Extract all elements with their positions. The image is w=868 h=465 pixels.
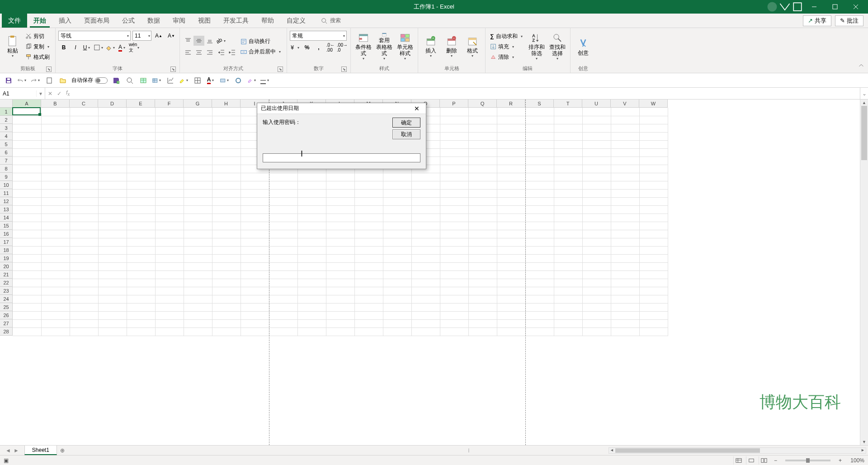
cell[interactable]: [611, 124, 639, 132]
cell[interactable]: [582, 270, 611, 279]
cell[interactable]: [582, 205, 611, 214]
cell[interactable]: [468, 108, 497, 116]
cell[interactable]: [127, 270, 155, 279]
cell[interactable]: [13, 214, 41, 222]
cell[interactable]: [497, 132, 525, 140]
cell[interactable]: [354, 319, 383, 327]
cell[interactable]: [241, 319, 269, 327]
qat-chart-button[interactable]: [165, 76, 175, 85]
cell[interactable]: [411, 327, 440, 336]
cell[interactable]: [127, 157, 155, 165]
qat-table-button[interactable]: [138, 76, 148, 85]
cell[interactable]: [70, 140, 98, 148]
cell[interactable]: [70, 214, 98, 222]
cell[interactable]: [639, 181, 668, 189]
cell[interactable]: [127, 262, 155, 270]
cell[interactable]: [13, 303, 41, 311]
cell[interactable]: [41, 246, 70, 254]
cell[interactable]: [582, 116, 611, 124]
cell[interactable]: [241, 205, 269, 214]
cell[interactable]: [41, 197, 70, 205]
cell[interactable]: [497, 327, 525, 336]
cell[interactable]: [354, 327, 383, 336]
underline-button[interactable]: U: [82, 43, 93, 52]
cell[interactable]: [241, 262, 269, 270]
cell[interactable]: [70, 295, 98, 303]
cell[interactable]: [212, 189, 241, 197]
column-header[interactable]: P: [440, 100, 468, 108]
cell[interactable]: [383, 214, 411, 222]
cell[interactable]: [98, 254, 127, 262]
cell[interactable]: [497, 246, 525, 254]
cell[interactable]: [70, 230, 98, 238]
increase-decimal-button[interactable]: .0←.00: [325, 43, 336, 52]
cell[interactable]: [127, 181, 155, 189]
cell[interactable]: [98, 327, 127, 336]
cell[interactable]: [212, 132, 241, 140]
cell[interactable]: [497, 124, 525, 132]
cell[interactable]: [155, 222, 184, 230]
cell[interactable]: [611, 254, 639, 262]
row-header[interactable]: 25: [0, 303, 13, 311]
cell[interactable]: [155, 132, 184, 140]
cell[interactable]: [98, 181, 127, 189]
row-header[interactable]: 10: [0, 181, 13, 189]
cell[interactable]: [554, 181, 582, 189]
cell[interactable]: [440, 311, 468, 319]
cell[interactable]: [70, 303, 98, 311]
insert-cells-button[interactable]: +插入: [421, 32, 441, 61]
cell[interactable]: [184, 246, 212, 254]
cell[interactable]: [297, 270, 326, 279]
cell[interactable]: [13, 132, 41, 140]
cell[interactable]: [184, 287, 212, 295]
cell[interactable]: [241, 270, 269, 279]
fx-button[interactable]: fx: [66, 90, 70, 97]
row-header[interactable]: 21: [0, 270, 13, 279]
cell[interactable]: [611, 116, 639, 124]
scroll-down-button[interactable]: ▼: [860, 439, 868, 445]
cell[interactable]: [155, 157, 184, 165]
find-select-button[interactable]: 查找和选择: [547, 32, 567, 61]
cell[interactable]: [525, 189, 554, 197]
cell[interactable]: [127, 254, 155, 262]
cell[interactable]: [468, 181, 497, 189]
cell[interactable]: [98, 295, 127, 303]
cell[interactable]: [411, 230, 440, 238]
cell[interactable]: [155, 254, 184, 262]
column-header[interactable]: F: [155, 100, 184, 108]
column-header[interactable]: R: [497, 100, 525, 108]
font-size-select[interactable]: [132, 31, 151, 41]
cell[interactable]: [184, 254, 212, 262]
row-header[interactable]: 19: [0, 254, 13, 262]
cell[interactable]: [13, 270, 41, 279]
cell[interactable]: [241, 254, 269, 262]
cell[interactable]: [269, 181, 297, 189]
cell[interactable]: [155, 327, 184, 336]
cell[interactable]: [127, 230, 155, 238]
cell[interactable]: [127, 279, 155, 287]
cell[interactable]: [525, 311, 554, 319]
cell[interactable]: [297, 181, 326, 189]
cell[interactable]: [70, 157, 98, 165]
cell[interactable]: [468, 173, 497, 181]
tab-layout[interactable]: 页面布局: [78, 14, 116, 28]
orientation-button[interactable]: ab: [216, 36, 227, 46]
cell[interactable]: [468, 303, 497, 311]
zoom-slider[interactable]: [785, 460, 830, 461]
qat-redo-button[interactable]: [31, 76, 41, 85]
cell[interactable]: [525, 295, 554, 303]
cell[interactable]: [554, 148, 582, 157]
cell[interactable]: [13, 279, 41, 287]
horizontal-scrollbar[interactable]: ⁞ ◄ ►: [68, 446, 868, 455]
cell[interactable]: [212, 303, 241, 311]
cell[interactable]: [269, 189, 297, 197]
cell[interactable]: [411, 254, 440, 262]
cell[interactable]: [582, 327, 611, 336]
cell[interactable]: [525, 148, 554, 157]
cell[interactable]: [127, 205, 155, 214]
zoom-in-button[interactable]: +: [836, 457, 844, 464]
cell[interactable]: [554, 197, 582, 205]
cell[interactable]: [639, 303, 668, 311]
cell[interactable]: [611, 148, 639, 157]
cell[interactable]: [354, 205, 383, 214]
